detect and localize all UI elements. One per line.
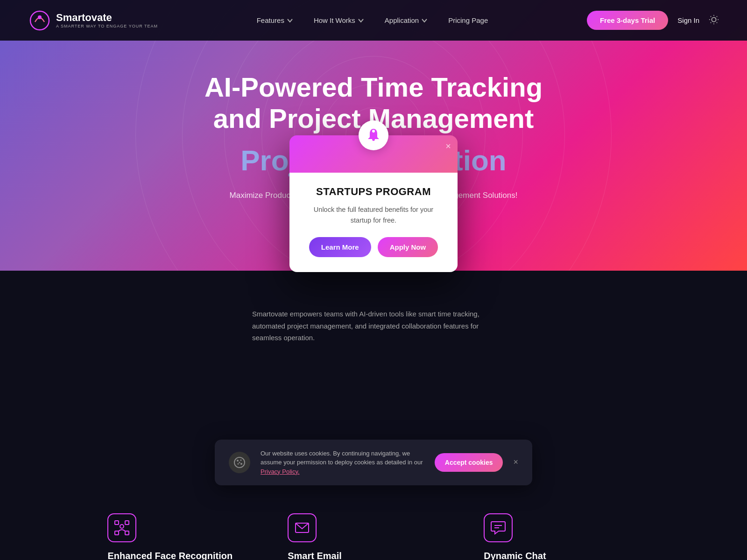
chevron-down-icon	[358, 17, 364, 24]
logo-tagline: A SMARTER WAY TO ENGAGE YOUR TEAM	[56, 24, 158, 28]
trial-button[interactable]: Free 3-days Trial	[587, 11, 668, 30]
startups-popup: × STARTUPS PROGRAM Unlock the full featu…	[289, 135, 458, 272]
nav-how-it-works[interactable]: How It Works	[305, 13, 373, 28]
svg-point-14	[240, 459, 242, 461]
svg-point-11	[372, 130, 375, 133]
nav-actions: Free 3-days Trial Sign In	[587, 11, 719, 30]
popup-top: ×	[289, 135, 458, 173]
feature-smart-email: Smart Email Streamlined email management…	[288, 513, 446, 560]
cookie-icon	[233, 456, 246, 469]
section-content: Smartovate empowers teams with AI-driven…	[47, 308, 700, 344]
svg-point-22	[120, 525, 124, 528]
nav-pricing[interactable]: Pricing Page	[440, 13, 496, 28]
popup-title: STARTUPS PROGRAM	[303, 186, 444, 198]
face-recognition-icon-wrap	[107, 513, 136, 542]
svg-rect-20	[115, 531, 119, 535]
theme-toggle[interactable]	[709, 14, 719, 27]
learn-more-button[interactable]: Learn More	[309, 237, 371, 257]
logo[interactable]: Smartovate A SMARTER WAY TO ENGAGE YOUR …	[28, 9, 158, 32]
svg-point-16	[238, 463, 239, 464]
feature-2-title: Dynamic Chat	[484, 551, 639, 560]
popup-close-button[interactable]: ×	[445, 141, 451, 152]
chevron-down-icon	[287, 17, 293, 24]
svg-line-9	[711, 22, 711, 22]
signin-button[interactable]: Sign In	[677, 16, 699, 24]
dark-section: Smartovate empowers teams with AI-driven…	[0, 271, 747, 504]
chat-icon	[490, 520, 506, 536]
nav-application[interactable]: Application	[376, 13, 436, 28]
popup-desc: Unlock the full featured benefits for yo…	[303, 204, 444, 226]
accept-cookies-button[interactable]: Accept cookies	[435, 453, 503, 472]
bell-icon-wrap	[359, 120, 388, 150]
chevron-down-icon	[421, 17, 428, 24]
feature-0-title: Enhanced Face Recognition	[107, 551, 250, 560]
nav-features[interactable]: Features	[248, 13, 302, 28]
popup-actions: Learn More Apply Now	[303, 237, 444, 257]
cookie-banner: Our website uses cookies. By continuing …	[215, 440, 532, 486]
section-body: Smartovate empowers teams with AI-driven…	[252, 308, 495, 344]
logo-name: Smartovate	[56, 12, 158, 23]
svg-line-6	[717, 22, 717, 22]
feature-face-recognition: Enhanced Face Recognition Secure and sea…	[107, 513, 250, 560]
face-recognition-icon	[114, 520, 130, 536]
svg-point-0	[30, 11, 49, 30]
svg-rect-19	[125, 521, 129, 525]
navbar: Smartovate A SMARTER WAY TO ENGAGE YOUR …	[0, 0, 747, 41]
privacy-policy-link[interactable]: Privacy Policy.	[261, 468, 300, 475]
nav-links: Features How It Works Application Pricin…	[248, 13, 497, 28]
svg-rect-21	[125, 531, 129, 535]
svg-line-10	[717, 16, 717, 16]
bell-icon	[366, 128, 381, 143]
feature-1-title: Smart Email	[288, 551, 446, 560]
svg-rect-18	[115, 521, 119, 525]
svg-point-13	[237, 460, 239, 462]
svg-point-15	[240, 463, 242, 465]
popup-body: STARTUPS PROGRAM Unlock the full feature…	[289, 173, 458, 272]
svg-point-17	[239, 462, 240, 463]
cookie-text: Our website uses cookies. By continuing …	[261, 449, 424, 476]
email-icon	[294, 520, 310, 536]
logo-icon	[28, 9, 51, 32]
svg-line-5	[711, 16, 711, 16]
features-section: Enhanced Face Recognition Secure and sea…	[0, 504, 747, 560]
cookie-dismiss-button[interactable]: ×	[513, 457, 518, 467]
apply-now-button[interactable]: Apply Now	[378, 237, 438, 257]
svg-point-2	[712, 17, 716, 21]
cookie-icon-wrap	[229, 452, 250, 473]
chat-icon-wrap	[484, 513, 513, 542]
smart-email-icon-wrap	[288, 513, 317, 542]
feature-dynamic-chat: Dynamic Chat Real-time messaging for eff…	[484, 513, 639, 560]
svg-point-1	[38, 15, 42, 19]
